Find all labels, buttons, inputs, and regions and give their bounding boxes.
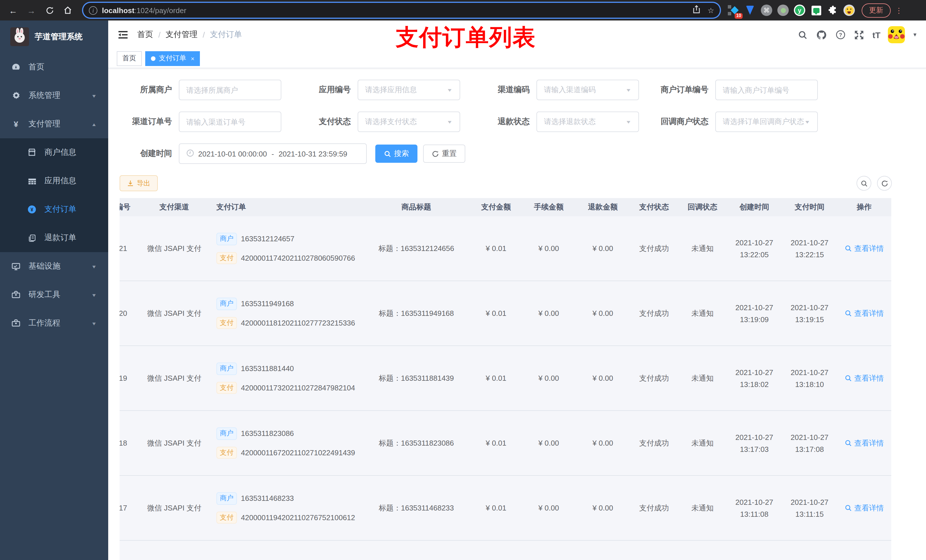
sidebar-item-system[interactable]: 系统管理 ▼: [0, 82, 108, 110]
merchant-input[interactable]: [179, 80, 281, 100]
merchant-order-no: 1635311823086: [241, 429, 294, 438]
date-start: 2021-10-01 00:00:00: [198, 149, 267, 158]
row-id: 20: [120, 309, 140, 318]
toggle-search-button[interactable]: [856, 176, 872, 191]
view-detail-link[interactable]: 查看详情: [844, 373, 884, 383]
avatar-caret-icon[interactable]: ▼: [912, 32, 917, 38]
sidebar-item-label: 支付订单: [44, 204, 76, 214]
toolbox-icon: [11, 319, 21, 328]
breadcrumb-home[interactable]: 首页: [137, 30, 153, 40]
sidebar-item-home[interactable]: 首页: [0, 53, 108, 82]
avatar[interactable]: [888, 26, 905, 43]
chevron-up-icon: ▲: [91, 122, 97, 127]
home-icon[interactable]: [61, 3, 75, 18]
view-detail-link[interactable]: 查看详情: [844, 243, 884, 254]
reload-icon[interactable]: [42, 3, 57, 18]
reset-button[interactable]: 重置: [423, 145, 465, 163]
sidebar-collapse-icon[interactable]: [117, 29, 129, 41]
tag-home[interactable]: 首页: [117, 51, 142, 66]
sidebar-item-merchant-info[interactable]: 商户信息: [0, 138, 108, 167]
merchant-order-no: 1635312124657: [241, 234, 294, 243]
forward-icon[interactable]: →: [24, 3, 39, 18]
paid-time: 13:11:15: [795, 510, 823, 518]
search-icon: [860, 180, 868, 187]
browser-update-button[interactable]: 更新: [862, 3, 891, 17]
channel-order-input[interactable]: [179, 112, 281, 132]
merchant-order-input[interactable]: [715, 80, 818, 100]
channel-order-no: 4200001167202110271022491439: [241, 448, 355, 457]
extension-gem-icon[interactable]: [744, 5, 756, 16]
extension-chat-icon[interactable]: [810, 5, 822, 16]
row-amount: ¥ 0.01: [471, 504, 522, 512]
row-title: 标题：1635311949168: [362, 308, 471, 318]
sidebar-item-pay-order[interactable]: ¥ 支付订单: [0, 195, 108, 223]
magnifier-icon: [844, 309, 852, 317]
channel-code-select[interactable]: 请输入渠道编码 ▼: [536, 80, 639, 100]
back-icon[interactable]: ←: [6, 3, 21, 18]
extension-dot-icon[interactable]: [777, 5, 789, 16]
github-icon[interactable]: [816, 29, 828, 41]
fullscreen-icon[interactable]: [854, 29, 865, 41]
refund-status-select[interactable]: 请选择退款状态 ▼: [536, 112, 639, 132]
sidebar-item-label: 支付管理: [29, 119, 61, 129]
breadcrumb-pay[interactable]: 支付管理: [166, 30, 198, 40]
bookmark-star-icon[interactable]: ☆: [708, 6, 714, 15]
page-content: 所属商户 应用编号 请选择应用信息 ▼ 渠道编码: [108, 68, 926, 560]
sidebar-item-refund-order[interactable]: 退款订单: [0, 223, 108, 252]
address-bar[interactable]: i localhost:1024/pay/order ☆: [83, 3, 720, 18]
share-icon[interactable]: [693, 5, 701, 15]
font-size-icon[interactable]: tT: [873, 30, 881, 39]
create-time-range-input[interactable]: 2021-10-01 00:00:00 - 2021-10-31 23:59:5…: [179, 143, 367, 164]
sidebar-item-pay[interactable]: ¥ 支付管理 ▲: [0, 110, 108, 138]
app-logo[interactable]: 芋道管理系统: [0, 21, 108, 53]
merchant-tag: 商户: [216, 233, 237, 245]
shop-icon: [27, 148, 36, 157]
tag-pay-order[interactable]: 支付订单 ×: [145, 51, 200, 66]
col-created: 创建时间: [727, 202, 782, 212]
tag-close-icon[interactable]: ×: [191, 55, 195, 62]
extension-command-icon[interactable]: ⌘: [761, 5, 772, 16]
export-button[interactable]: 导出: [120, 175, 158, 191]
logo-rabbit-image: [10, 27, 29, 46]
paid-time: 13:18:10: [795, 380, 824, 388]
red-annotation-title: 支付订单列表: [396, 22, 536, 53]
extension-y-icon[interactable]: y: [794, 5, 805, 16]
sidebar-item-infra[interactable]: 基础设施 ▼: [0, 252, 108, 281]
row-channel: 微信 JSAPI 支付: [140, 503, 209, 513]
notify-status-select[interactable]: 请选择订单回调商户状态 ▼: [715, 112, 818, 132]
search-button[interactable]: 搜索: [375, 145, 418, 163]
row-refund: ¥ 0.00: [576, 374, 630, 382]
row-channel: 微信 JSAPI 支付: [140, 438, 209, 448]
col-paid: 支付时间: [782, 202, 837, 212]
sidebar-item-app-info[interactable]: 应用信息: [0, 167, 108, 195]
app-select[interactable]: 请选择应用信息 ▼: [358, 80, 460, 100]
view-detail-link[interactable]: 查看详情: [844, 308, 884, 318]
created-date: 2021-10-27: [735, 368, 773, 376]
row-id: 17: [120, 504, 140, 512]
browser-menu-icon[interactable]: ⋮: [895, 6, 903, 15]
paid-time: 13:19:15: [795, 315, 824, 323]
view-detail-link[interactable]: 查看详情: [844, 503, 884, 513]
filter-label: 退款状态: [477, 117, 536, 127]
extension-emoji-icon[interactable]: [843, 5, 855, 16]
row-id: 21: [120, 244, 140, 253]
sidebar-item-workflow[interactable]: 工作流程 ▼: [0, 309, 108, 338]
magnifier-icon: [844, 504, 852, 512]
extension-diamond-icon[interactable]: 10: [728, 5, 739, 16]
svg-text:¥: ¥: [30, 207, 33, 213]
sidebar-item-label: 商户信息: [44, 147, 76, 158]
help-icon[interactable]: ?: [835, 29, 846, 41]
paid-date: 2021-10-27: [791, 368, 829, 376]
extension-puzzle-icon[interactable]: [827, 5, 838, 16]
site-info-icon[interactable]: i: [89, 6, 97, 15]
row-refund: ¥ 0.00: [576, 439, 630, 447]
pay-tag: 支付: [216, 317, 237, 329]
view-detail-link[interactable]: 查看详情: [844, 438, 884, 448]
date-end: 2021-10-31 23:59:59: [278, 149, 347, 158]
pay-status-select[interactable]: 请选择支付状态 ▼: [358, 112, 460, 132]
pay-tag: 支付: [216, 382, 237, 394]
row-id: 19: [120, 374, 140, 382]
refresh-button[interactable]: [877, 176, 892, 191]
search-icon[interactable]: [797, 29, 809, 41]
sidebar-item-dev-tools[interactable]: 研发工具 ▼: [0, 281, 108, 309]
